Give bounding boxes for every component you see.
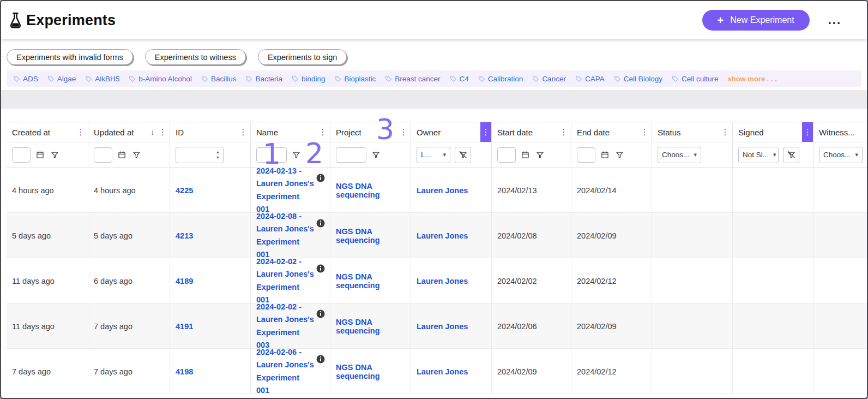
owner-link[interactable]: Lauren Jones: [417, 367, 468, 376]
column-header-witness[interactable]: Witness...⋮: [813, 122, 867, 142]
column-header-end-date[interactable]: End date⋮: [571, 122, 652, 142]
filter-input-name[interactable]: [256, 147, 287, 163]
column-header-name[interactable]: Name⋮: [251, 122, 330, 142]
clear-filter-button-signed[interactable]: [783, 147, 799, 163]
column-menu-button-project[interactable]: ⋮: [399, 127, 408, 137]
tag-link[interactable]: binding: [292, 75, 326, 83]
column-header-id[interactable]: ID⋮: [170, 122, 251, 142]
tag-link[interactable]: Cell culture: [672, 75, 719, 83]
column-header-created-at[interactable]: Created at⋮: [7, 122, 88, 142]
filter-input-created-at[interactable]: [12, 147, 31, 163]
cell-created-at: 4 hours ago: [7, 168, 88, 213]
start-date-text: 2024/02/06: [497, 322, 537, 331]
id-link[interactable]: 4191: [176, 322, 193, 331]
column-header-project[interactable]: Project⋮: [330, 122, 411, 142]
tag-link[interactable]: Cancer: [532, 75, 566, 83]
more-menu-button[interactable]: ...: [827, 15, 842, 26]
info-icon[interactable]: [316, 355, 325, 364]
filter-button-name[interactable]: [291, 150, 302, 160]
column-header-owner[interactable]: Owner⋮: [411, 122, 492, 142]
column-menu-button-status[interactable]: ⋮: [720, 127, 730, 137]
filter-select-witness[interactable]: Choos...▾: [819, 147, 863, 163]
column-menu-button-id[interactable]: ⋮: [238, 127, 248, 137]
calendar-button-end-date[interactable]: [600, 150, 610, 160]
name-link[interactable]: 2024-02-02 - Lauren Jones's Experiment 0…: [256, 258, 315, 303]
filter-button-created-at[interactable]: [50, 150, 60, 160]
spinner-down-icon[interactable]: ▼: [216, 156, 220, 159]
tag-link[interactable]: Calibration: [478, 75, 523, 83]
info-icon[interactable]: [316, 174, 325, 182]
tag-link[interactable]: CAPA: [575, 75, 605, 83]
tag-link[interactable]: C4: [450, 75, 469, 83]
filter-button-project[interactable]: [371, 150, 381, 160]
info-icon[interactable]: [316, 264, 325, 273]
name-link[interactable]: 2024-02-08 - Lauren Jones's Experiment 0…: [256, 213, 315, 258]
column-menu-button-owner[interactable]: ⋮: [480, 122, 491, 142]
tag-link[interactable]: Breast cancer: [385, 75, 440, 83]
column-header-signed[interactable]: Signed⋮: [733, 122, 813, 142]
id-link[interactable]: 4198: [176, 367, 193, 376]
project-link[interactable]: NGS DNA sequencing: [336, 363, 405, 380]
filter-cell-signed: Not Si...▾: [733, 142, 813, 168]
tag-link[interactable]: Cell Biology: [614, 75, 662, 83]
column-header-updated-at[interactable]: Updated at↓⋮: [88, 122, 170, 142]
owner-link[interactable]: Lauren Jones: [417, 186, 468, 195]
filter-button-start-date[interactable]: [535, 150, 545, 160]
info-icon[interactable]: [316, 219, 325, 228]
spinner-up-icon[interactable]: ▲: [216, 150, 220, 154]
filter-button-end-date[interactable]: [614, 150, 625, 160]
owner-link[interactable]: Lauren Jones: [417, 322, 468, 331]
column-header-start-date[interactable]: Start date⋮: [492, 122, 571, 142]
tag-link[interactable]: Bacillus: [201, 75, 237, 83]
quick-filter-pill-2[interactable]: Experiments to sign: [258, 49, 347, 65]
filter-select-signed[interactable]: Not Si...▾: [738, 147, 779, 163]
name-link[interactable]: 2024-02-02 - Lauren Jones's Experiment 0…: [256, 303, 315, 349]
tag-link[interactable]: Bioplastic: [334, 75, 376, 83]
project-link[interactable]: NGS DNA sequencing: [336, 318, 405, 335]
show-more-link[interactable]: show more . . .: [728, 75, 777, 83]
quick-filter-pill-1[interactable]: Experiments to witness: [145, 49, 246, 65]
owner-link[interactable]: Lauren Jones: [417, 231, 468, 240]
calendar-button-created-at[interactable]: [35, 150, 45, 160]
project-link[interactable]: NGS DNA sequencing: [336, 227, 405, 245]
filter-select-status[interactable]: Choos...▾: [658, 147, 701, 163]
project-link[interactable]: NGS DNA sequencing: [336, 272, 405, 290]
column-menu-button-start-date[interactable]: ⋮: [559, 127, 569, 137]
number-spinner[interactable]: ▲▼: [215, 150, 223, 159]
chevron-down-icon: ▾: [694, 151, 697, 158]
tag-link[interactable]: AlkBH5: [85, 75, 119, 83]
cell-end-date: 2024/02/09: [571, 303, 652, 349]
filter-input-id[interactable]: [176, 151, 215, 159]
owner-link[interactable]: Lauren Jones: [417, 277, 468, 285]
column-header-status[interactable]: Status⋮: [652, 122, 733, 142]
column-menu-button-updated-at[interactable]: ⋮: [158, 127, 167, 137]
sort-desc-icon[interactable]: ↓: [150, 128, 154, 136]
filter-input-start-date[interactable]: [497, 147, 516, 163]
clear-filter-button-owner[interactable]: [455, 147, 471, 163]
column-menu-button-created-at[interactable]: ⋮: [76, 127, 86, 137]
column-menu-button-name[interactable]: ⋮: [318, 127, 328, 137]
new-experiment-button[interactable]: + New Experiment: [702, 10, 810, 31]
filter-button-updated-at[interactable]: [131, 150, 142, 160]
name-link[interactable]: 2024-02-13 - Lauren Jones's Experiment 0…: [256, 168, 315, 213]
id-link[interactable]: 4189: [176, 277, 193, 285]
filter-input-project[interactable]: [336, 147, 366, 163]
project-link[interactable]: NGS DNA sequencing: [336, 182, 405, 199]
filter-select-owner[interactable]: L...▾: [417, 147, 450, 163]
calendar-button-updated-at[interactable]: [117, 150, 127, 160]
id-link[interactable]: 4225: [176, 186, 193, 195]
filter-input-end-date[interactable]: [577, 147, 595, 163]
filter-input-updated-at[interactable]: [94, 147, 112, 163]
column-menu-button-end-date[interactable]: ⋮: [640, 127, 649, 137]
updated-at-text: 4 hours ago: [94, 186, 136, 195]
quick-filter-pill-0[interactable]: Experiments with invalid forms: [7, 49, 133, 65]
column-menu-button-signed[interactable]: ⋮: [802, 122, 813, 142]
info-icon[interactable]: [316, 309, 325, 318]
calendar-button-start-date[interactable]: [520, 150, 531, 160]
tag-link[interactable]: b-Amino Alcohol: [129, 75, 192, 83]
tag-link[interactable]: ADS: [13, 75, 38, 83]
tag-link[interactable]: Bacteria: [245, 75, 282, 83]
tag-link[interactable]: Algae: [47, 75, 76, 83]
id-link[interactable]: 4213: [176, 231, 193, 240]
name-link[interactable]: 2024-02-06 - Lauren Jones's Experiment 0…: [256, 349, 315, 394]
